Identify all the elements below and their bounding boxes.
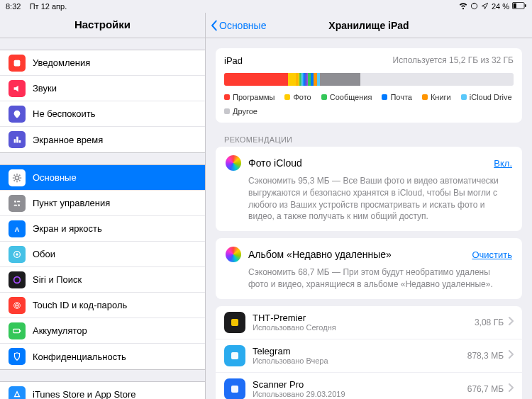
svg-rect-2 xyxy=(514,4,516,9)
touchid-icon xyxy=(9,297,26,314)
sidebar-item-label: Экран и яркость xyxy=(33,223,102,234)
recommendation-action[interactable]: Очистить xyxy=(472,249,512,260)
screentime-icon xyxy=(9,131,26,148)
sidebar-item-label: Не беспокоить xyxy=(33,108,96,119)
legend-item: iCloud Drive xyxy=(461,93,512,101)
recommendation-card: Фото iCloudВкл.Сэкономить 95,3 МБ — Все … xyxy=(216,147,522,231)
device-name: iPad xyxy=(224,55,243,66)
chevron-right-icon xyxy=(508,383,514,394)
svg-text:A: A xyxy=(15,225,20,232)
battery-percent: 24 % xyxy=(492,2,509,11)
sidebar-item-wallpaper[interactable]: Обои xyxy=(0,242,205,267)
legend-item: Программы xyxy=(224,93,275,101)
sidebar-item-display[interactable]: AЭкран и яркость xyxy=(0,216,205,242)
used-label: Используется 15,2 ГБ из 32 ГБ xyxy=(393,55,514,66)
app-sub: Использовано 29.03.2019 xyxy=(253,390,467,398)
svg-rect-18 xyxy=(20,330,21,332)
legend-item: Фото xyxy=(284,93,311,101)
recommendation-card: Альбом «Недавно удаленные»ОчиститьСэконо… xyxy=(216,238,522,299)
svg-point-13 xyxy=(14,276,21,283)
notifications-icon xyxy=(9,55,26,72)
detail-navbar: Основные Хранилище iPad xyxy=(206,13,532,38)
storage-usage-bar xyxy=(224,73,514,86)
siri-icon xyxy=(9,271,26,288)
storage-segment xyxy=(297,73,308,86)
recommendation-desc: Сэкономить 68,7 МБ — При этом будут необ… xyxy=(248,266,512,291)
sidebar-item-control-center[interactable]: Пункт управления xyxy=(0,191,205,216)
app-name: ТНТ-Premier xyxy=(253,313,475,323)
sound-icon xyxy=(9,80,26,97)
status-bar: 8:32 Пт 12 апр. 24 % xyxy=(0,0,532,13)
battery-icon xyxy=(512,2,526,11)
legend-item: Почта xyxy=(382,93,412,101)
sidebar-item-label: Siri и Поиск xyxy=(33,274,82,285)
control-center-icon xyxy=(9,195,26,212)
photos-icon xyxy=(226,155,241,171)
storage-segment xyxy=(224,73,288,86)
svg-rect-22 xyxy=(231,352,238,359)
recommendation-action[interactable]: Вкл. xyxy=(494,158,512,169)
app-size: 878,3 МБ xyxy=(467,351,504,361)
svg-rect-9 xyxy=(14,204,17,206)
sidebar-item-label: Звуки xyxy=(33,83,57,94)
svg-rect-21 xyxy=(231,319,238,326)
app-row[interactable]: ТНТ-PremierИспользовано Сегодня3,08 ГБ xyxy=(216,306,522,339)
recommendation-desc: Сэкономить 95,3 МБ — Все Ваши фото и вид… xyxy=(248,175,512,223)
wifi-icon xyxy=(459,1,467,11)
app-name: Scanner Pro xyxy=(253,379,467,390)
svg-point-0 xyxy=(471,3,477,9)
wallpaper-icon xyxy=(9,246,26,263)
svg-point-8 xyxy=(18,204,20,206)
svg-rect-7 xyxy=(17,201,20,202)
legend-item: Книги xyxy=(422,93,451,101)
sidebar-item-dnd[interactable]: Не беспокоить xyxy=(0,101,205,127)
sidebar: Настройки УведомленияЗвукиНе беспокоитьЭ… xyxy=(0,13,206,399)
svg-point-16 xyxy=(16,305,18,306)
sidebar-item-label: Обои xyxy=(33,249,55,259)
storage-segment xyxy=(320,73,360,86)
svg-point-5 xyxy=(15,176,18,179)
app-icon xyxy=(224,345,245,366)
app-row[interactable]: Scanner ProИспользовано 29.03.2019676,7 … xyxy=(216,373,522,399)
app-sub: Использовано Сегодня xyxy=(253,323,475,332)
legend-item: Другое xyxy=(224,107,257,116)
chevron-right-icon xyxy=(508,317,514,327)
sidebar-item-label: Аккумулятор xyxy=(33,325,87,336)
recommendation-title: Фото iCloud xyxy=(248,157,494,169)
svg-point-6 xyxy=(14,201,16,203)
sidebar-item-appstore[interactable]: iTunes Store и App Store xyxy=(0,382,205,399)
app-list: ТНТ-PremierИспользовано Сегодня3,08 ГБTe… xyxy=(216,306,522,399)
sidebar-item-privacy[interactable]: Конфиденциальность xyxy=(0,344,205,369)
svg-rect-17 xyxy=(13,329,20,332)
sidebar-item-battery[interactable]: Аккумулятор xyxy=(0,318,205,344)
back-button[interactable]: Основные xyxy=(206,20,266,31)
back-label: Основные xyxy=(219,20,266,31)
display-icon: A xyxy=(9,220,26,237)
sidebar-item-label: Основные xyxy=(33,172,77,183)
sidebar-item-label: Конфиденциальность xyxy=(33,352,126,362)
location-icon xyxy=(481,2,489,11)
sidebar-item-notifications[interactable]: Уведомления xyxy=(0,50,205,76)
detail-pane: Основные Хранилище iPad iPad Используетс… xyxy=(206,13,532,399)
sidebar-item-sound[interactable]: Звуки xyxy=(0,76,205,101)
sidebar-item-label: Пункт управления xyxy=(33,198,110,208)
app-row[interactable]: TelegramИспользовано Вчера878,3 МБ xyxy=(216,339,522,373)
appstore-icon xyxy=(9,386,26,400)
sidebar-item-touchid[interactable]: Touch ID и код-пароль xyxy=(0,293,205,318)
app-size: 676,7 МБ xyxy=(467,384,504,394)
svg-rect-4 xyxy=(14,60,21,66)
sidebar-item-label: Уведомления xyxy=(33,57,90,68)
app-sub: Использовано Вчера xyxy=(253,356,467,365)
sidebar-item-label: iTunes Store и App Store xyxy=(33,389,136,399)
sidebar-item-label: Touch ID и код-пароль xyxy=(33,300,127,310)
app-icon xyxy=(224,312,245,333)
sidebar-item-screentime[interactable]: Экранное время xyxy=(0,127,205,152)
app-icon xyxy=(224,378,245,399)
recommendations-header: РЕКОМЕНДАЦИИ xyxy=(224,135,532,144)
sidebar-item-siri[interactable]: Siri и Поиск xyxy=(0,267,205,293)
gear-icon xyxy=(9,169,26,186)
svg-rect-3 xyxy=(525,4,526,7)
sidebar-item-gear[interactable]: Основные xyxy=(0,165,205,191)
svg-rect-23 xyxy=(231,386,238,393)
legend-item: Сообщения xyxy=(321,93,372,101)
